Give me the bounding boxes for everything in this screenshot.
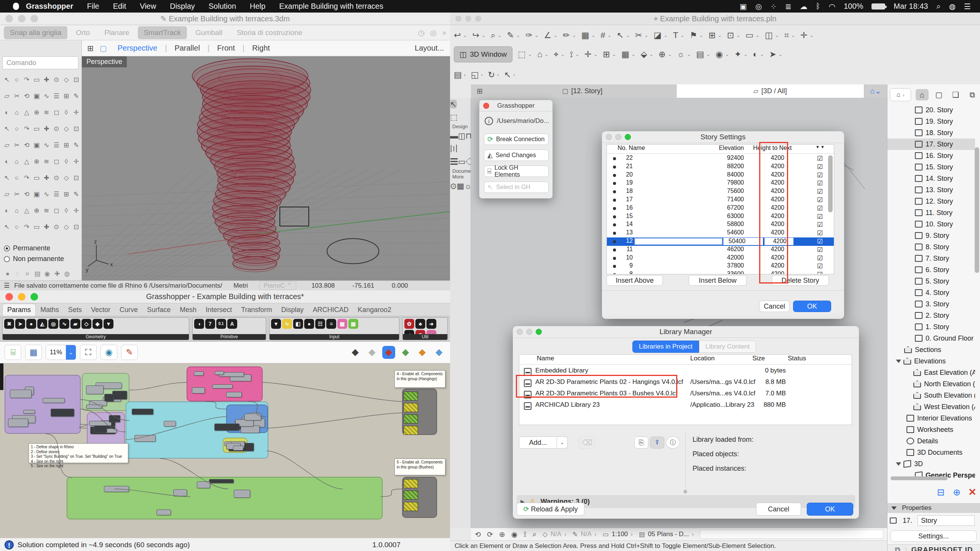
gh-tab-curve[interactable]: Curve [115,304,142,316]
component-icon[interactable]: ● [26,319,36,329]
radio-permanente[interactable]: Permanente [4,244,50,252]
creative-cloud-icon[interactable]: ◎ [755,2,762,11]
ac-zoom-icon[interactable]: ⌕ [491,30,495,40]
tree-item-1-story[interactable]: 1. Story [887,321,975,333]
story-table[interactable]: No. Name Elevation Height to Next ▼▼ 229… [607,144,834,274]
story-checkbox[interactable]: ☑ [817,154,823,162]
ac-inject-icon[interactable]: ✑ [525,30,532,40]
tree-item-3d-documents[interactable]: 3D Documents [887,447,975,458]
tree-item-17-story[interactable]: 17. Story [887,139,975,150]
tree-item-11-story[interactable]: 11. Story [887,207,975,218]
ac-camera-icon[interactable]: ◉ [715,49,723,59]
component-icon[interactable]: ∿ [282,319,292,329]
rhino-tool-icon[interactable]: ✚ [42,124,51,134]
tree-item-19-story[interactable]: 19. Story [887,116,975,127]
menu-item-solution[interactable]: Solution [202,2,243,11]
library-table-header[interactable]: Name Location Size Status [519,355,852,365]
story-settings-titlebar[interactable]: Story Settings [602,131,844,143]
story-checkbox[interactable]: ☑ [817,163,823,171]
ac-rotate-icon[interactable]: ↻ [488,70,495,80]
hamburger-icon[interactable]: ☰ [4,282,10,290]
rhino-tool-icon[interactable]: ✂ [12,92,21,101]
rhino-tool-icon[interactable]: ◻ [52,206,61,215]
story-checkbox[interactable]: ☑ [817,254,823,262]
rhino-tool-icon[interactable]: ⊙ [52,174,61,183]
rhino-filter-icon[interactable]: ◌ [13,269,22,279]
menubar-clock[interactable]: Mar 18:43 [894,2,928,11]
tree-item-3d[interactable]: 3D [887,458,975,470]
rhino-filter-icon[interactable]: ◉ [43,269,52,279]
sketch-button[interactable]: ✎ [121,345,138,360]
rhino-tool-icon[interactable]: △ [22,108,31,117]
document-tool-icon[interactable]: ⊙ [450,182,457,190]
rhino-tool-icon[interactable]: ✎ [72,92,81,101]
rhino-tool-icon[interactable]: ↷ [22,174,31,183]
gh-palette-titlebar[interactable]: Grasshopper [479,100,552,111]
radio-non-permanente[interactable]: Non permanente [4,255,64,263]
quickbar-pen-set[interactable]: ✎N/A› [572,530,596,538]
rhino-tool-icon[interactable]: ✚ [42,174,51,183]
toggle-snap-alla-griglia[interactable]: Snap alla griglia [4,26,67,39]
add-library-control[interactable]: Add... ⌄ [519,436,568,449]
rhino-tool-icon[interactable]: ▭ [32,223,41,232]
story-checkbox[interactable]: ☑ [817,196,823,204]
display-gumdrop-button[interactable]: ◆ [382,346,395,359]
toggle-storia-di-costruzione[interactable]: Storia di costruzione [231,26,308,39]
walk-icon[interactable]: ⟟ [524,530,526,538]
document-tool-icon[interactable]: ▦ [457,182,464,190]
story-checkbox[interactable]: ☑ [817,171,823,179]
gh-tab-intersect[interactable]: Intersect [201,304,236,316]
rhino-tool-icon[interactable]: ⊡ [72,75,81,84]
rhino-tool-icon[interactable]: ◐ [2,108,11,117]
rhino-tool-icon[interactable]: ⊙ [52,75,61,84]
history-icon[interactable]: ◷ [418,28,425,37]
component-icon[interactable]: A [227,319,237,329]
save-file-button[interactable]: ▦ [25,345,42,360]
rhino-tool-icon[interactable]: ○ [12,124,21,134]
teamwork-icon[interactable]: ⧉ [895,546,900,551]
rhino-tool-icon[interactable]: ⟲ [22,92,31,101]
rhino-tool-icon[interactable]: ∿ [42,141,51,150]
delete-story-button[interactable]: Delete Story [772,275,829,286]
display-gumdrop-button[interactable]: ◆ [349,346,362,359]
story-cancel-button[interactable]: Cancel [759,301,790,312]
cplane-dropdown[interactable]: PianoC ⌃ [259,281,296,290]
rhino-tool-icon[interactable]: ∿ [42,92,51,101]
orbit-icon[interactable]: ⟲ [475,530,481,539]
component-icon[interactable]: 7 [205,319,215,329]
rhino-tool-icon[interactable]: ✛ [72,157,81,166]
caret-down-icon[interactable] [896,360,901,363]
new-viewpoint-icon[interactable]: ⊕ [953,487,961,498]
quickbar-layer-combination[interactable]: ▤05 Plans - D...› [639,530,694,538]
ac-eyedropper-icon[interactable]: ✎ [507,30,514,40]
apple-menu-icon[interactable] [13,3,19,10]
rhino-tool-icon[interactable]: ⌂ [12,206,21,215]
tree-item-8-story[interactable]: 8. Story [887,241,975,253]
library-cancel-button[interactable]: Cancel [756,503,801,516]
rhino-command-input[interactable]: Comando [2,56,78,69]
story-checkbox[interactable]: ☑ [817,262,823,270]
tab-publisher[interactable]: ⧉ [966,89,979,100]
tree-item-interior-elevations[interactable]: Interior Elevations [887,412,975,424]
ac-traffic-lights[interactable] [455,16,481,22]
display-gumdrop-button[interactable]: ◆ [433,346,445,359]
bluetooth-icon[interactable]: ᛒ [816,2,820,11]
story-row[interactable]: 8336004200☑ [607,271,834,274]
ac-angle-icon[interactable]: ∠ [544,30,551,40]
story-row[interactable]: 12504004200☑ [607,237,834,246]
rhino-tool-icon[interactable]: ✛ [72,108,81,117]
rhino-tool-icon[interactable]: △ [22,157,31,166]
story-row[interactable]: 20840004200☑ [607,171,834,180]
rhino-tool-icon[interactable]: ✛ [72,206,81,215]
ac-window-icon[interactable]: ◫ [765,30,773,40]
design-tool-icon[interactable]: ▭ [458,157,466,166]
display-gumdrop-button[interactable]: ◆ [399,346,412,359]
ac-sun-icon[interactable]: ☼ [677,49,685,59]
single-view-icon[interactable]: ▢ [97,44,110,53]
component-icon[interactable]: ◧ [293,319,303,329]
rhino-tool-icon[interactable]: ▭ [32,174,41,183]
spotlight-icon[interactable]: ⌕ [936,2,940,11]
gh-tab-maths[interactable]: Maths [36,304,64,316]
rhino-tool-icon[interactable]: ◇ [62,223,71,232]
gh-tab-sets[interactable]: Sets [64,304,86,316]
